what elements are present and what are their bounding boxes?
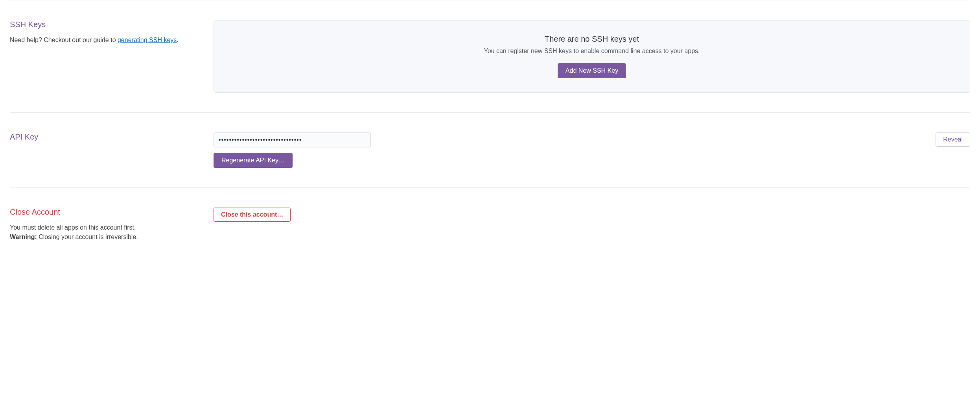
add-ssh-key-button[interactable]: Add New SSH Key [558,63,626,78]
api-key-row: Regenerate API Key… Reveal [214,132,970,168]
api-key-reveal-wrap: Reveal [936,132,970,147]
ssh-empty-subtitle: You can register new SSH keys to enable … [226,48,958,55]
warning-text: Closing your account is irreversible. [37,234,138,240]
ssh-keys-heading: SSH Keys [10,20,198,29]
ssh-help-suffix: . [177,37,178,43]
close-account-left: Close Account You must delete all apps o… [10,208,214,242]
close-account-heading: Close Account [10,208,198,217]
regenerate-api-key-button[interactable]: Regenerate API Key… [214,153,293,168]
api-key-heading: API Key [10,132,198,142]
warning-label: Warning: [10,234,37,240]
close-account-button[interactable]: Close this account… [214,208,291,222]
ssh-keys-empty-state: There are no SSH keys yet You can regist… [214,20,970,93]
api-key-right: Regenerate API Key… Reveal [214,132,970,168]
reveal-api-key-button[interactable]: Reveal [936,132,970,147]
ssh-keys-right: There are no SSH keys yet You can regist… [214,20,970,93]
close-account-warning: Warning: Closing your account is irrever… [10,232,198,242]
api-key-field[interactable] [214,132,371,147]
close-account-instruction: You must delete all apps on this account… [10,223,198,232]
ssh-keys-section: SSH Keys Need help? Checkout out our gui… [10,0,970,112]
close-account-right: Close this account… [214,208,970,242]
ssh-keys-left: SSH Keys Need help? Checkout out our gui… [10,20,214,93]
ssh-keys-description: Need help? Checkout out our guide to gen… [10,35,198,45]
api-key-section: API Key Regenerate API Key… Reveal [10,113,970,188]
close-account-section: Close Account You must delete all apps o… [10,188,970,261]
api-key-controls: Regenerate API Key… [214,132,928,168]
ssh-empty-title: There are no SSH keys yet [226,35,958,44]
ssh-help-prefix: Need help? Checkout out our guide to [10,37,118,43]
generating-ssh-keys-link[interactable]: generating SSH keys [118,37,177,43]
api-key-left: API Key [10,132,214,168]
